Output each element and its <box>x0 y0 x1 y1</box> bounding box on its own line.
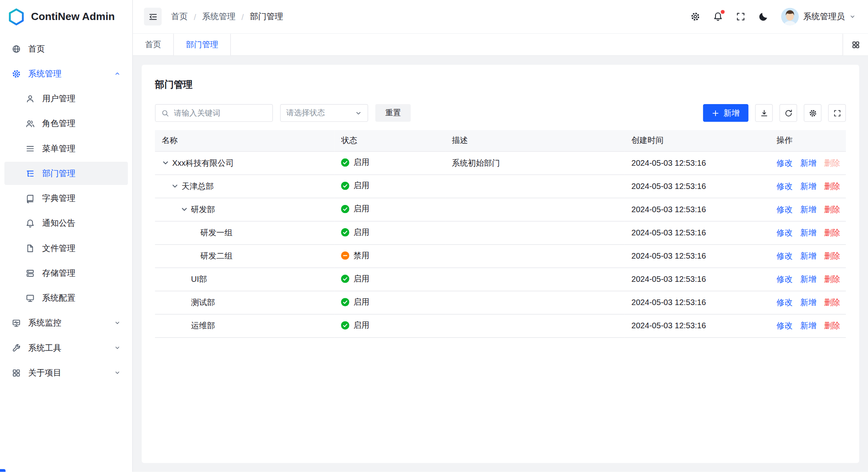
sidebar-item-label: 用户管理 <box>42 93 120 104</box>
chevron-down-icon <box>355 109 362 116</box>
sidebar-item-system-management[interactable]: 系统管理 <box>4 62 128 85</box>
status-select[interactable]: 请选择状态 <box>280 104 368 122</box>
user-menu[interactable]: 系统管理员 <box>781 8 856 25</box>
edit-link[interactable]: 修改 <box>776 158 792 167</box>
operations-cell: 修改新增删除 <box>770 314 846 337</box>
sidebar-item-about-project[interactable]: 关于项目 <box>4 361 128 384</box>
sidebar-item-role-management[interactable]: 角色管理 <box>4 112 128 135</box>
keyword-input[interactable] <box>174 108 267 117</box>
name-cell: 研发部 <box>155 198 335 221</box>
table-fullscreen-button[interactable] <box>828 104 846 122</box>
expand-caret-icon[interactable] <box>171 182 178 190</box>
sidebar-item-notice[interactable]: 通知公告 <box>4 211 128 235</box>
add-child-link[interactable]: 新增 <box>800 228 816 237</box>
add-button[interactable]: 新增 <box>703 104 748 122</box>
table-header: 名称状态描述创建时间操作 <box>155 130 846 151</box>
sidebar-item-label: 系统监控 <box>28 317 107 328</box>
edit-link[interactable]: 修改 <box>776 274 792 283</box>
description-cell <box>445 175 625 198</box>
user-name: 系统管理员 <box>803 11 845 22</box>
description-cell <box>445 267 625 291</box>
table-row-tianjin-hq: 天津总部启用2024-05-03 12:53:16修改新增删除 <box>155 175 846 198</box>
edit-link[interactable]: 修改 <box>776 321 792 330</box>
tab-department-management[interactable]: 部门管理 <box>173 34 231 55</box>
edit-link[interactable]: 修改 <box>776 251 792 260</box>
tab-home[interactable]: 首页 <box>133 34 174 55</box>
delete-link[interactable]: 删除 <box>824 251 840 260</box>
status-label: 启用 <box>353 181 369 191</box>
settings-button[interactable] <box>690 12 700 22</box>
add-child-link[interactable]: 新增 <box>800 298 816 307</box>
tool-icon <box>12 343 21 353</box>
add-child-link[interactable]: 新增 <box>800 158 816 167</box>
gear-icon <box>808 109 817 117</box>
sidebar-item-storage-management[interactable]: 存储管理 <box>4 261 128 285</box>
refresh-button[interactable] <box>780 104 797 122</box>
created-cell: 2024-05-03 12:53:16 <box>625 267 770 291</box>
table-row-ops-dept: 运维部启用2024-05-03 12:53:16修改新增删除 <box>155 314 846 337</box>
add-child-link[interactable]: 新增 <box>800 274 816 283</box>
name-cell: 研发一组 <box>155 221 335 244</box>
sidebar-item-user-management[interactable]: 用户管理 <box>4 87 128 110</box>
edit-link[interactable]: 修改 <box>776 298 792 307</box>
reset-button[interactable]: 重置 <box>375 104 411 122</box>
delete-link[interactable]: 删除 <box>824 158 840 167</box>
add-child-link[interactable]: 新增 <box>800 251 816 260</box>
sidebar-item-system-config[interactable]: 系统配置 <box>4 286 128 309</box>
edit-link[interactable]: 修改 <box>776 181 792 190</box>
notification-button[interactable] <box>713 12 723 22</box>
breadcrumb-item[interactable]: 首页 <box>171 11 187 22</box>
gear-icon <box>690 12 700 22</box>
sidebar-item-home[interactable]: 首页 <box>4 37 128 60</box>
breadcrumb-item[interactable]: 系统管理 <box>202 11 235 22</box>
breadcrumb-item[interactable]: 部门管理 <box>250 11 283 22</box>
operations-cell: 修改新增删除 <box>770 151 846 175</box>
avatar <box>781 8 799 25</box>
sidebar-item-dictionary-management[interactable]: 字典管理 <box>4 187 128 210</box>
table-row-rd-dept: 研发部启用2024-05-03 12:53:16修改新增删除 <box>155 198 846 221</box>
delete-link[interactable]: 删除 <box>824 274 840 283</box>
column-settings-button[interactable] <box>804 104 822 122</box>
sidebar-collapse-button[interactable] <box>144 8 162 25</box>
add-child-link[interactable]: 新增 <box>800 181 816 190</box>
keyword-search-input[interactable] <box>155 104 273 122</box>
delete-link[interactable]: 删除 <box>824 205 840 213</box>
sidebar-item-menu-management[interactable]: 菜单管理 <box>4 137 128 160</box>
status-enabled-icon <box>341 321 350 329</box>
fullscreen-button[interactable] <box>736 12 746 22</box>
add-child-link[interactable]: 新增 <box>800 205 816 213</box>
table-body: Xxx科技有限公司启用系统初始部门2024-05-03 12:53:16修改新增… <box>155 151 846 337</box>
delete-link[interactable]: 删除 <box>824 321 840 330</box>
delete-link[interactable]: 删除 <box>824 181 840 190</box>
status-badge: 启用 <box>341 273 370 284</box>
sidebar-item-system-monitor[interactable]: 系统监控 <box>4 311 128 334</box>
expand-caret-icon[interactable] <box>162 159 169 167</box>
sidebar-item-label: 菜单管理 <box>42 143 120 154</box>
delete-link[interactable]: 删除 <box>824 228 840 237</box>
delete-link[interactable]: 删除 <box>824 298 840 307</box>
tab-actions-grid-button[interactable] <box>842 34 868 55</box>
sidebar-item-department-management[interactable]: 部门管理 <box>4 162 128 185</box>
export-button[interactable] <box>755 104 773 122</box>
name-cell: 天津总部 <box>155 175 335 198</box>
name-cell: UI部 <box>155 267 335 291</box>
add-button-label: 新增 <box>724 108 740 118</box>
app-logo[interactable]: ContiNew Admin <box>0 0 132 33</box>
edit-link[interactable]: 修改 <box>776 228 792 237</box>
edit-link[interactable]: 修改 <box>776 205 792 213</box>
status-label: 启用 <box>353 204 369 214</box>
status-enabled-icon <box>341 159 350 167</box>
sidebar-item-file-management[interactable]: 文件管理 <box>4 237 128 260</box>
theme-toggle-button[interactable] <box>758 12 768 22</box>
table-row-ui-dept: UI部启用2024-05-03 12:53:16修改新增删除 <box>155 267 846 291</box>
sidebar-item-label: 通知公告 <box>42 218 120 228</box>
table-toolbar: 请选择状态 重置 新增 <box>155 104 846 122</box>
app-title: ContiNew Admin <box>31 10 114 22</box>
expand-caret-icon[interactable] <box>180 205 188 213</box>
sidebar-item-label: 角色管理 <box>42 118 120 129</box>
add-child-link[interactable]: 新增 <box>800 321 816 330</box>
sidebar-item-label: 部门管理 <box>42 168 120 179</box>
chevron-up-icon <box>114 70 121 77</box>
sidebar-item-system-tools[interactable]: 系统工具 <box>4 336 128 360</box>
status-label: 禁用 <box>353 250 369 261</box>
